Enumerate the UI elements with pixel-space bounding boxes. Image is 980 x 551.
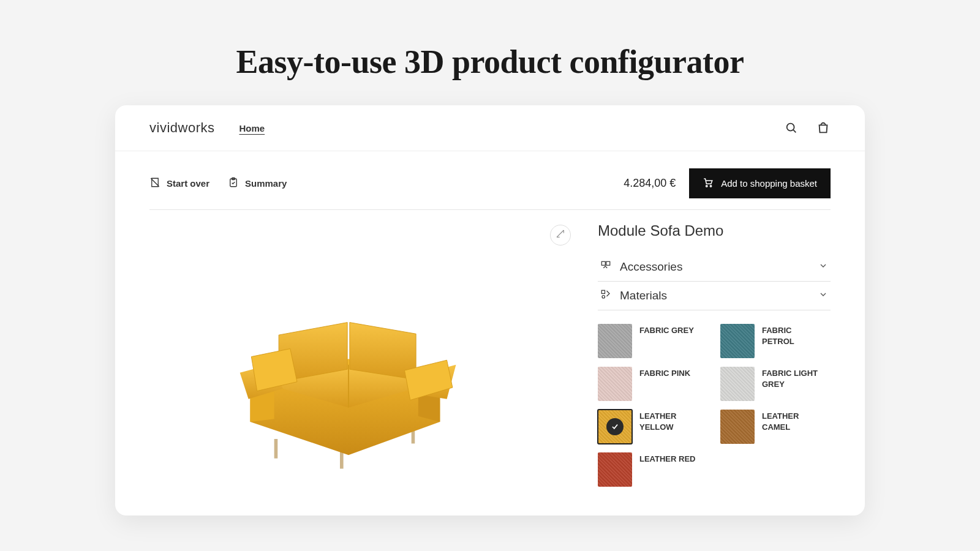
cart-icon [703, 177, 714, 190]
add-to-basket-button[interactable]: Add to shopping basket [689, 168, 831, 198]
toolbar-right: 4.284,00 € Add to shopping basket [624, 168, 831, 198]
swatch-label: FABRIC GREY [639, 324, 694, 336]
swatch-color [720, 324, 755, 358]
summary-button[interactable]: Summary [228, 177, 287, 190]
check-icon [606, 418, 624, 435]
app-header: vividworks Home [115, 105, 865, 151]
summary-label: Summary [245, 178, 287, 189]
svg-point-0 [787, 124, 794, 131]
swatch-label: LEATHER RED [639, 452, 695, 465]
hero-title: Easy-to-use 3D product configurator [0, 43, 980, 81]
toolbar-left: Start over Summary [149, 177, 287, 190]
start-over-button[interactable]: Start over [149, 177, 209, 190]
material-swatch[interactable]: LEATHER RED [598, 452, 708, 487]
swatch-color [720, 410, 755, 444]
svg-point-13 [602, 296, 605, 299]
material-swatch[interactable]: FABRIC PINK [598, 367, 708, 401]
swatch-color [598, 452, 632, 487]
accordion-materials-label: Materials [620, 289, 667, 302]
svg-point-5 [710, 186, 712, 187]
svg-point-4 [706, 186, 707, 187]
measure-tool-button[interactable] [550, 225, 571, 246]
materials-icon [600, 289, 611, 302]
add-to-basket-label: Add to shopping basket [721, 178, 817, 189]
ruler-icon [556, 229, 565, 241]
material-swatch[interactable]: FABRIC LIGHT GREY [720, 367, 831, 401]
svg-line-1 [793, 130, 796, 132]
swatch-label: FABRIC PINK [639, 367, 690, 379]
svg-rect-10 [601, 261, 605, 265]
app-card: vividworks Home Start over [115, 105, 865, 515]
clipboard-check-icon [228, 177, 239, 190]
swatch-label: LEATHER CAMEL [762, 410, 823, 432]
swatch-label: FABRIC PETROL [762, 324, 823, 347]
brand-logo[interactable]: vividworks [149, 120, 214, 136]
swatch-color [598, 410, 632, 444]
swatch-label: LEATHER YELLOW [639, 410, 701, 432]
material-swatch-grid: FABRIC GREYFABRIC PETROLFABRIC PINKFABRI… [598, 324, 831, 487]
header-left: vividworks Home [149, 120, 265, 136]
price-value: 4.284,00 € [624, 177, 676, 190]
product-title: Module Sofa Demo [598, 222, 831, 239]
product-viewer[interactable] [149, 222, 573, 498]
svg-rect-12 [601, 290, 605, 293]
material-swatch[interactable]: FABRIC GREY [598, 324, 708, 358]
header-right [784, 121, 831, 135]
content-area: Module Sofa Demo Accessories Ma [115, 210, 865, 498]
shopping-bag-icon[interactable] [816, 121, 831, 135]
chevron-down-icon [818, 261, 828, 273]
swatch-color [598, 324, 632, 358]
nav-home-link[interactable]: Home [239, 123, 265, 133]
product-render-sofa [229, 302, 468, 473]
material-swatch[interactable]: FABRIC PETROL [720, 324, 831, 358]
swatch-color [598, 367, 632, 401]
chevron-down-icon [818, 290, 828, 302]
swatch-color [720, 367, 755, 401]
config-panel: Module Sofa Demo Accessories Ma [598, 222, 831, 498]
material-swatch[interactable]: LEATHER YELLOW [598, 410, 708, 444]
svg-rect-6 [274, 439, 278, 459]
svg-rect-11 [606, 261, 610, 265]
accordion-accessories[interactable]: Accessories [598, 253, 831, 282]
accordion-accessories-label: Accessories [620, 260, 682, 274]
configurator-toolbar: Start over Summary 4.284,00 € Add to sho… [115, 151, 865, 209]
accessories-icon [600, 260, 611, 274]
start-over-icon [149, 177, 160, 190]
material-swatch[interactable]: LEATHER CAMEL [720, 410, 831, 444]
search-icon[interactable] [784, 121, 799, 135]
swatch-label: FABRIC LIGHT GREY [762, 367, 823, 389]
accordion-materials[interactable]: Materials [598, 282, 831, 310]
start-over-label: Start over [167, 178, 209, 189]
